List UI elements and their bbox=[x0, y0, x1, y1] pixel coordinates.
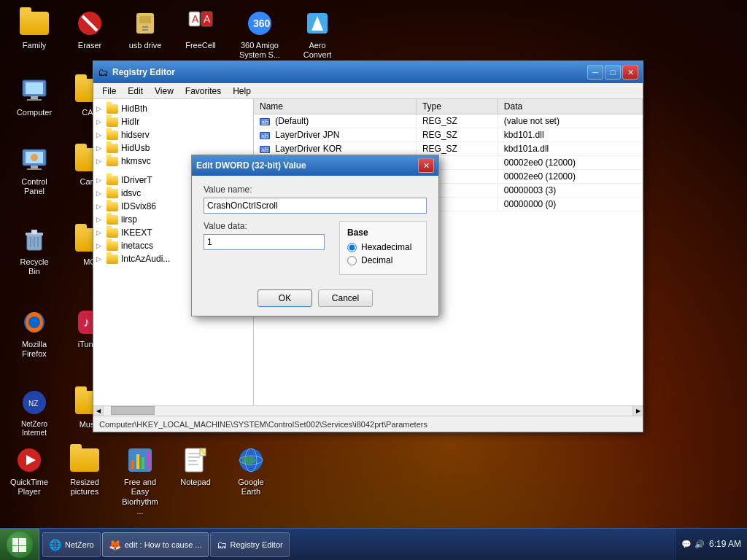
taskbar: 🌐 NetZero 🦊 edit : How to cause ... 🗂 Re… bbox=[0, 528, 747, 560]
hex-radio[interactable] bbox=[347, 243, 357, 252]
svg-rect-17 bbox=[31, 96, 38, 99]
tree-item-hidusb[interactable]: ▷ HidUsb bbox=[93, 141, 253, 155]
desktop-icon-resized-pictures[interactable]: Resized pictures bbox=[59, 443, 110, 520]
horizontal-scrollbar[interactable]: ◀ ▶ bbox=[93, 405, 643, 416]
registry-statusbar: Computer\HKEY_LOCAL_MACHINE\SYSTEM\Contr… bbox=[93, 416, 643, 432]
system-tray: 💬 🔊 6:19 AM bbox=[675, 529, 747, 560]
svg-rect-40 bbox=[136, 454, 139, 469]
svg-rect-6 bbox=[142, 29, 148, 31]
dword-close-button[interactable]: ✕ bbox=[418, 158, 434, 173]
base-group: Base Hexadecimal Decimal bbox=[339, 221, 427, 275]
table-row[interactable]: ab (Default) REG_SZ (value not set) bbox=[254, 114, 643, 128]
taskbar-item-firefox[interactable]: 🦊 edit : How to cause ... bbox=[102, 532, 209, 557]
start-button[interactable] bbox=[0, 529, 39, 561]
desktop-icon-family[interactable]: Family bbox=[9, 6, 60, 54]
cancel-button[interactable]: Cancel bbox=[318, 289, 373, 307]
dec-radio[interactable] bbox=[347, 256, 357, 265]
desktop-icon-freecell[interactable]: A A FreeCell bbox=[175, 6, 226, 54]
desktop-icon-label: Resized pictures bbox=[62, 477, 107, 497]
svg-rect-26 bbox=[31, 230, 37, 234]
start-orb bbox=[7, 532, 33, 558]
desktop-icon-quicktime[interactable]: QuickTime Player bbox=[4, 443, 55, 520]
menu-help[interactable]: Help bbox=[227, 85, 257, 98]
folder-icon bbox=[107, 228, 118, 238]
desktop-icon-computer[interactable]: Computer bbox=[9, 73, 60, 121]
hexadecimal-option[interactable]: Hexadecimal bbox=[347, 242, 419, 252]
value-name-label: Value name: bbox=[204, 184, 427, 195]
dialog-buttons: OK Cancel bbox=[204, 284, 427, 307]
desktop-icon-label: Control Panel bbox=[12, 176, 57, 197]
scroll-right-button[interactable]: ▶ bbox=[632, 406, 643, 416]
desktop-icon-amigo[interactable]: 360 360 Amigo System S... bbox=[231, 6, 289, 63]
registry-editor-menubar: File Edit View Favorites Help bbox=[93, 83, 643, 99]
value-data-label: Value data: bbox=[204, 221, 325, 231]
col-data[interactable]: Data bbox=[498, 99, 642, 114]
tree-item-hidserv[interactable]: ▷ hidserv bbox=[93, 128, 253, 141]
desktop: Family Eraser usb drive bbox=[0, 0, 747, 560]
taskbar-item-regedit[interactable]: 🗂 Registry Editor bbox=[210, 532, 290, 557]
dec-label: Decimal bbox=[361, 255, 392, 265]
desktop-icon-usb[interactable]: usb drive bbox=[120, 6, 171, 54]
close-button[interactable]: ✕ bbox=[622, 65, 638, 79]
desktop-icon-control-panel[interactable]: Control Panel bbox=[9, 142, 60, 200]
desktop-icon-google-earth[interactable]: Google Earth bbox=[225, 443, 276, 520]
dword-dialog-body: Value name: Value data: Base Hexadec bbox=[192, 176, 438, 316]
maximize-button[interactable]: □ bbox=[605, 65, 621, 79]
value-data-input[interactable] bbox=[204, 234, 325, 250]
taskbar-item-netzero[interactable]: 🌐 NetZero bbox=[42, 532, 101, 557]
value-name-input[interactable] bbox=[204, 198, 427, 214]
tree-item-hidbth[interactable]: ▷ HidBth bbox=[93, 102, 253, 115]
desktop-icon-eraser[interactable]: Eraser bbox=[64, 6, 115, 54]
desktop-icon-label: Recycle Bin bbox=[12, 257, 57, 277]
reg-value-icon: ab bbox=[260, 118, 270, 125]
desktop-icon-recycle-bin[interactable]: Recycle Bin bbox=[9, 222, 60, 280]
svg-text:360: 360 bbox=[253, 18, 271, 29]
registry-editor-titlebar[interactable]: 🗂 Registry Editor ─ □ ✕ bbox=[93, 61, 643, 83]
minimize-button[interactable]: ─ bbox=[587, 65, 603, 79]
dword-dialog-titlebar[interactable]: Edit DWORD (32-bit) Value ✕ bbox=[192, 155, 438, 176]
desktop-icon-label: Google Earth bbox=[228, 477, 274, 497]
desktop-icon-label: Aero Convert bbox=[295, 40, 340, 61]
svg-text:A: A bbox=[192, 13, 199, 25]
tray-network-icon[interactable]: 💬 bbox=[681, 540, 692, 549]
menu-favorites[interactable]: Favorites bbox=[179, 85, 227, 98]
dword-dialog-title: Edit DWORD (32-bit) Value bbox=[196, 160, 415, 171]
table-row[interactable]: ab LayerDriver KOR REG_SZ kbd101a.dll bbox=[254, 142, 643, 156]
desktop-icon-firefox[interactable]: Mozilla Firefox bbox=[9, 305, 60, 362]
menu-edit[interactable]: Edit bbox=[122, 85, 149, 98]
value-data: kbd101a.dll bbox=[498, 142, 642, 156]
desktop-icon-label: FreeCell bbox=[184, 40, 217, 51]
folder-icon bbox=[107, 189, 118, 198]
svg-text:A: A bbox=[204, 13, 211, 25]
decimal-option[interactable]: Decimal bbox=[347, 255, 419, 265]
svg-text:NZ: NZ bbox=[28, 400, 38, 408]
menu-file[interactable]: File bbox=[96, 85, 122, 98]
svg-rect-4 bbox=[139, 16, 151, 23]
tray-volume-icon[interactable]: 🔊 bbox=[694, 540, 705, 549]
desktop-icon-label: Free and Easy Biorhythm ... bbox=[117, 477, 163, 517]
table-row[interactable]: ab LayerDriver JPN REG_SZ kbd101.dll bbox=[254, 128, 643, 142]
ok-button[interactable]: OK bbox=[258, 289, 312, 307]
desktop-icon-aero[interactable]: Aero Convert bbox=[292, 6, 343, 63]
desktop-icon-biorhythm[interactable]: Free and Easy Biorhythm ... bbox=[115, 443, 166, 520]
tree-item-hidir[interactable]: ▷ HidIr bbox=[93, 115, 253, 128]
value-data: 00002ee0 (12000) bbox=[498, 156, 642, 170]
folder-icon bbox=[107, 104, 118, 114]
clock: 6:19 AM bbox=[709, 539, 741, 551]
menu-view[interactable]: View bbox=[149, 85, 179, 98]
value-name: ab LayerDriver JPN bbox=[254, 128, 416, 142]
svg-rect-18 bbox=[27, 99, 42, 101]
desktop-icon-notepad[interactable]: Notepad bbox=[170, 443, 221, 520]
firefox-icon: 🦊 bbox=[109, 539, 121, 551]
taskbar-items: 🌐 NetZero 🦊 edit : How to cause ... 🗂 Re… bbox=[39, 529, 675, 560]
desktop-icon-label: Family bbox=[21, 40, 47, 51]
scrollbar-thumb[interactable] bbox=[111, 406, 155, 415]
col-name[interactable]: Name bbox=[254, 99, 416, 114]
value-data: 00000000 (0) bbox=[498, 198, 642, 211]
desktop-icon-netzero[interactable]: NZ NetZero Internet bbox=[9, 385, 60, 441]
scroll-left-button[interactable]: ◀ bbox=[93, 406, 104, 416]
svg-rect-42 bbox=[147, 451, 150, 469]
desktop-icon-label: 360 Amigo System S... bbox=[233, 40, 286, 61]
col-type[interactable]: Type bbox=[416, 99, 498, 114]
value-data: (value not set) bbox=[498, 114, 642, 128]
